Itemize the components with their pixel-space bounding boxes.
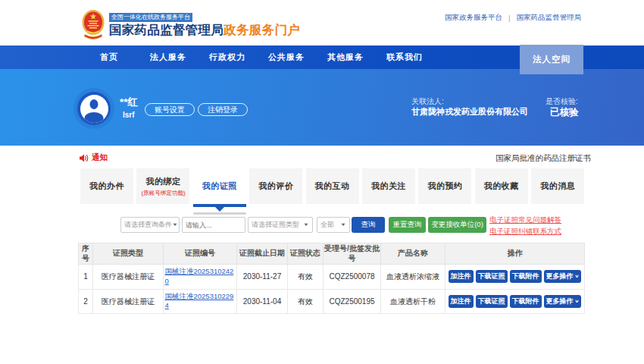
row-product: 血液透析干粉 (381, 289, 445, 314)
annotate-button[interactable]: 加注件 (449, 270, 474, 283)
row-accept-no: CQZ2500078 (324, 265, 381, 290)
nav-item-other-services[interactable]: 其他服务 (316, 52, 375, 63)
row-actions-cell: 加注件下载证照下载附件更多操作∨ (445, 289, 585, 314)
more-actions-button[interactable]: 更多操作∨ (544, 270, 582, 283)
tab-7[interactable]: 我的预约 (418, 168, 471, 204)
user-name: **红 (120, 96, 138, 109)
site-header: 全国一体化在线政务服务平台 国家药品监督管理局政务服务门户 国家政务服务平台 |… (0, 0, 644, 46)
content-area: 通知 国家局批准的药品注册证书 我的办件我的绑定(原账号绑定功能)我的证照我的评… (78, 146, 584, 314)
nav-item-contact-us[interactable]: 联系我们 (375, 52, 434, 63)
nav-item-home[interactable]: 首页 (80, 52, 139, 63)
row-no: 1 (79, 265, 93, 290)
row-type: 医疗器械注册证 (93, 265, 164, 290)
notice-label: 通知 (92, 152, 108, 163)
notice-message[interactable]: 国家局批准的药品注册证书 (496, 153, 591, 164)
user-avatar-icon (80, 95, 108, 123)
annotate-button[interactable]: 加注件 (449, 295, 474, 308)
keyword-input[interactable] (182, 217, 245, 233)
row-cert-no-cell: 国械注准20253102294 (164, 289, 237, 314)
nav-legal-space-button[interactable]: 法人空间 (520, 45, 583, 74)
tab-6[interactable]: 我的关注 (362, 168, 415, 204)
row-status: 有效 (288, 289, 324, 314)
table-header-row: 序号 证照类型 证照编号 证照截止日期 证照状态 受理号/批签发批号 产品名称 … (79, 243, 585, 265)
notice-bar: 通知 国家局批准的药品注册证书 (78, 146, 584, 168)
related-legal-value: 甘肃陇神戎发药业股份有限公司 (411, 106, 528, 118)
page: 全国一体化在线政务服务平台 国家药品监督管理局政务服务门户 国家政务服务平台 |… (0, 0, 644, 364)
more-actions-button[interactable]: 更多操作∨ (544, 295, 582, 308)
tab-4[interactable]: 我的评价 (249, 168, 302, 204)
table-row: 1医疗器械注册证国械注准202531024202030-11-27有效CQZ25… (79, 265, 585, 290)
top-link-gov-platform[interactable]: 国家政务服务平台 (445, 13, 502, 23)
download-cert-button[interactable]: 下载证照 (476, 295, 508, 308)
verified-label: 是否核验: (546, 96, 578, 107)
row-status: 有效 (288, 265, 324, 290)
tab-9[interactable]: 我的消息 (531, 168, 584, 204)
site-title-orange: 政务服务门户 (224, 23, 300, 36)
col-expire: 证照截止日期 (237, 243, 288, 265)
top-link-nmpa[interactable]: 国家药品监督管理局 (517, 13, 582, 23)
tab-label: 我的绑定 (145, 176, 180, 187)
brand-text: 全国一体化在线政务服务平台 国家药品监督管理局政务服务门户 (109, 8, 300, 37)
row-cert-no-cell: 国械注准20253102420 (164, 265, 237, 290)
speaker-icon (80, 154, 89, 162)
col-status: 证照状态 (288, 243, 324, 265)
nav-items: 首页 法人服务 行政权力 公共服务 其他服务 联系我们 (80, 46, 434, 69)
download-cert-button[interactable]: 下载证照 (476, 270, 508, 283)
tab-3[interactable]: 我的证照 (193, 168, 246, 204)
nav-item-public-services[interactable]: 公共服务 (257, 52, 316, 63)
tab-label: 我的关注 (371, 180, 406, 192)
scope-select[interactable]: 全部▼ (317, 217, 350, 233)
nav-item-legal-services[interactable]: 法人服务 (139, 52, 198, 63)
site-title: 国家药品监督管理局政务服务门户 (109, 23, 300, 37)
col-actions: 操作 (445, 243, 585, 265)
brand-badge: 全国一体化在线政务服务平台 (109, 13, 192, 22)
help-links: 电子证照常见问题解答 电子证照纠错联系方式 (489, 215, 561, 237)
row-actions-cell: 加注件下载证照下载附件更多操作∨ (445, 265, 585, 290)
cert-no-link[interactable]: 国械注准20253102294 (165, 292, 236, 312)
col-no: 序号 (79, 243, 93, 265)
download-attachment-button[interactable]: 下载附件 (510, 295, 542, 308)
tab-2[interactable]: 我的绑定(原账号绑定功能) (136, 168, 189, 204)
nav-item-admin-power[interactable]: 行政权力 (198, 52, 257, 63)
logout-button[interactable]: 注销登录 (198, 103, 248, 116)
row-type: 医疗器械注册证 (93, 289, 164, 314)
site-title-dark: 国家药品监督管理局 (109, 23, 224, 36)
cert-type-select[interactable]: 请选择证照类型▼ (248, 217, 313, 233)
user-banner: **红 lsrf 账号设置 注销登录 关联法人: 甘肃陇神戎发药业股份有限公司 … (0, 69, 644, 146)
chevron-down-icon: ∨ (575, 275, 580, 279)
download-attachment-button[interactable]: 下载附件 (510, 270, 542, 283)
notice-left: 通知 (80, 152, 108, 163)
user-avatar[interactable] (77, 92, 111, 125)
contact-link[interactable]: 电子证照纠错联系方式 (489, 227, 561, 237)
tab-label: 我的评价 (258, 180, 293, 192)
tab-label: 我的办件 (89, 180, 124, 192)
related-legal-label: 关联法人: (411, 96, 444, 107)
tab-1[interactable]: 我的办件 (80, 168, 133, 204)
row-product: 血液透析浓缩液 (381, 265, 445, 290)
main-nav: 首页 法人服务 行政权力 公共服务 其他服务 联系我们 法人空间 (0, 46, 644, 69)
cert-table: 序号 证照类型 证照编号 证照截止日期 证照状态 受理号/批签发批号 产品名称 … (78, 243, 585, 314)
faq-link[interactable]: 电子证照常见问题解答 (489, 215, 561, 225)
row-expire: 2030-11-27 (237, 265, 288, 290)
filter-bar: 请选择查询条件▼ 请选择证照类型▼ 全部▼ 查询 重置查询 变更接收单位(0) … (78, 217, 584, 243)
tab-8[interactable]: 我的收藏 (475, 168, 528, 204)
verified-value: 已核验 (550, 106, 579, 119)
site-brand: 全国一体化在线政务服务平台 国家药品监督管理局政务服务门户 (81, 8, 300, 40)
tab-label: 我的互动 (315, 180, 350, 192)
tab-label: 我的消息 (540, 180, 575, 192)
account-settings-button[interactable]: 账号设置 (145, 103, 195, 116)
change-receiver-button[interactable]: 变更接收单位(0) (428, 217, 486, 233)
query-condition-select[interactable]: 请选择查询条件▼ (120, 217, 180, 233)
col-type: 证照类型 (93, 243, 164, 265)
tabs-scrollbar-thumb[interactable] (193, 212, 246, 215)
table-row: 2医疗器械注册证国械注准202531022942030-11-04有效CQZ25… (79, 289, 585, 314)
cert-no-link[interactable]: 国械注准20253102420 (165, 267, 236, 287)
chevron-down-icon: ▼ (340, 222, 346, 227)
reset-button[interactable]: 重置查询 (389, 217, 426, 233)
search-button[interactable]: 查询 (352, 217, 385, 233)
user-id: lsrf (123, 111, 135, 119)
chevron-down-icon: ▼ (172, 222, 178, 227)
tab-label: 我的证照 (202, 180, 237, 192)
tab-5[interactable]: 我的互动 (306, 168, 359, 204)
row-accept-no: CQZ2500195 (324, 289, 381, 314)
